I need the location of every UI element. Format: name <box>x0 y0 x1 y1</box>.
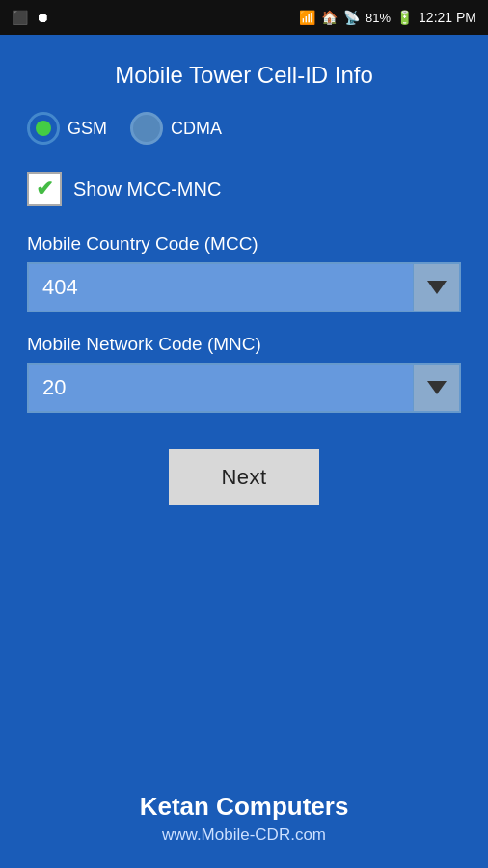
mnc-dropdown-arrow[interactable] <box>413 365 459 411</box>
status-bar: ⬛ ⏺ 📶 🏠 📡 81% 🔋 12:21 PM <box>0 0 488 35</box>
app-title: Mobile Tower Cell-ID Info <box>27 62 461 89</box>
footer: Ketan Computers www.Mobile-CDR.com <box>0 792 488 845</box>
radio-gsm-label: GSM <box>68 119 107 139</box>
chevron-down-icon <box>427 281 447 294</box>
radio-cdma-circle[interactable] <box>130 112 163 145</box>
mcc-field-group: Mobile Country Code (MCC) 404 <box>27 233 461 312</box>
mcc-field-label: Mobile Country Code (MCC) <box>27 233 461 255</box>
wifi-icon: 📶 <box>299 10 315 25</box>
record-icon: ⏺ <box>36 10 49 25</box>
mnc-field-group: Mobile Network Code (MNC) 20 <box>27 334 461 413</box>
mcc-dropdown-arrow[interactable] <box>413 264 459 311</box>
mnc-value[interactable]: 20 <box>29 365 413 411</box>
checkbox-row[interactable]: ✔ Show MCC-MNC <box>27 172 461 206</box>
battery-percent: 81% <box>366 11 391 25</box>
mnc-dropdown[interactable]: 20 <box>27 363 461 413</box>
mcc-value[interactable]: 404 <box>29 264 413 311</box>
checkbox-label: Show MCC-MNC <box>73 178 221 201</box>
footer-url: www.Mobile-CDR.com <box>0 826 488 845</box>
status-icons-left: ⬛ ⏺ <box>12 10 49 25</box>
radio-gsm-circle[interactable] <box>27 112 60 145</box>
mcc-mnc-checkbox[interactable]: ✔ <box>27 172 62 206</box>
battery-icon: 🔋 <box>396 10 413 25</box>
home-icon: 🏠 <box>321 10 338 25</box>
mnc-field-label: Mobile Network Code (MNC) <box>27 334 461 355</box>
status-icons-right: 📶 🏠 📡 81% 🔋 12:21 PM <box>299 10 476 25</box>
radio-group: GSM CDMA <box>27 112 461 145</box>
time-display: 12:21 PM <box>419 10 476 25</box>
signal-icon: 📡 <box>343 10 360 25</box>
next-button[interactable]: Next <box>169 449 318 505</box>
footer-company: Ketan Computers <box>0 792 488 822</box>
main-content: Mobile Tower Cell-ID Info GSM CDMA ✔ Sho… <box>0 35 488 544</box>
radio-gsm[interactable]: GSM <box>27 112 107 145</box>
checkmark-icon: ✔ <box>36 178 53 200</box>
mcc-dropdown[interactable]: 404 <box>27 262 461 312</box>
next-button-wrapper: Next <box>27 449 461 505</box>
radio-cdma[interactable]: CDMA <box>130 112 222 145</box>
chevron-down-icon <box>427 381 447 394</box>
radio-cdma-label: CDMA <box>171 119 222 139</box>
screenshot-icon: ⬛ <box>12 10 28 25</box>
